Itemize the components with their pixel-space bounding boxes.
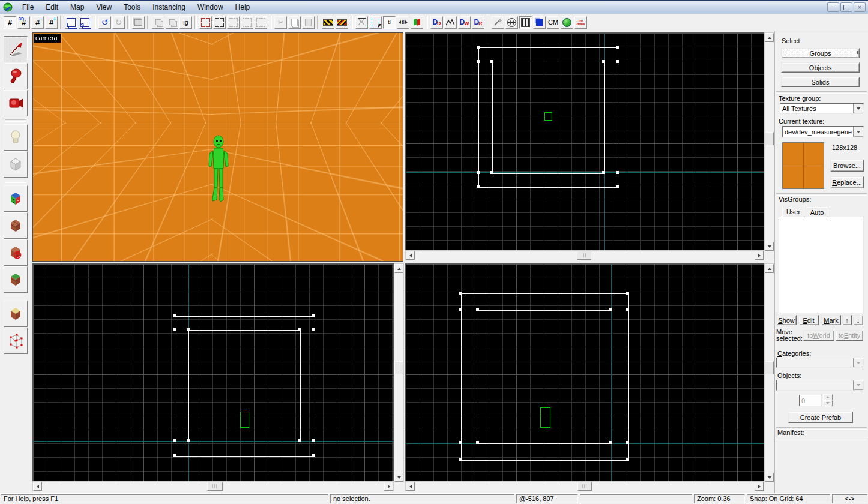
hide-selected-button[interactable]	[199, 16, 212, 29]
save-window-state-button[interactable]: S	[79, 16, 91, 29]
vertex-handle[interactable]	[173, 454, 176, 457]
vertex-handle[interactable]	[609, 308, 612, 311]
create-prefab-button[interactable]: Create Prefab	[788, 412, 853, 423]
vertex-tool-button[interactable]	[4, 328, 28, 354]
toggle-nodraw-button[interactable]: nodraw	[574, 16, 587, 29]
dropdown-arrow-icon[interactable]	[853, 104, 863, 113]
vertex-handle[interactable]	[187, 439, 190, 442]
visgroup-move-up-button[interactable]: ↑	[842, 315, 852, 325]
vertex-handle[interactable]	[476, 441, 479, 444]
visgroup-edit-button[interactable]: Edit	[798, 315, 819, 325]
vertex-handle[interactable]	[477, 185, 480, 188]
menu-tools[interactable]: Tools	[118, 1, 146, 14]
vertex-handle[interactable]	[616, 185, 619, 188]
vertex-handle[interactable]	[626, 441, 629, 444]
vertex-handle[interactable]	[459, 292, 462, 295]
vertex-handle[interactable]	[312, 454, 315, 457]
disp-walkable-mask-button[interactable]: DW	[458, 16, 471, 29]
vertex-handle[interactable]	[490, 171, 493, 174]
disp-solid-mask-button[interactable]: DD	[430, 16, 443, 29]
viewport-2d-top[interactable]	[406, 33, 764, 251]
vertex-handle[interactable]	[459, 308, 462, 311]
scroll-right-button[interactable]	[755, 482, 764, 491]
vertex-handle[interactable]	[477, 46, 480, 49]
scroll-up-button[interactable]	[394, 264, 403, 273]
scroll-down-button[interactable]	[765, 473, 774, 482]
vertex-handle[interactable]	[173, 328, 176, 331]
entity-box[interactable]	[540, 407, 550, 428]
vertex-handle[interactable]	[459, 458, 462, 461]
menu-help[interactable]: Help	[229, 1, 256, 14]
entity-box[interactable]	[544, 112, 552, 121]
block-tool-button[interactable]	[4, 151, 28, 178]
vertex-handle[interactable]	[312, 314, 315, 317]
vertical-scrollbar[interactable]	[765, 264, 774, 482]
vertex-handle[interactable]	[476, 308, 479, 311]
menu-view[interactable]: View	[90, 1, 118, 14]
toggle-grid-button[interactable]: #	[4, 16, 16, 29]
vertex-handle[interactable]	[459, 441, 462, 444]
tab-user[interactable]: User	[782, 206, 804, 217]
vertex-handle[interactable]	[173, 314, 176, 317]
overlay-tool-button[interactable]	[4, 266, 28, 293]
vertex-handle[interactable]	[616, 60, 619, 63]
replace-button[interactable]: Replace...	[830, 176, 864, 188]
scroll-down-button[interactable]	[394, 473, 403, 482]
player-model[interactable]	[205, 134, 232, 206]
vertex-handle[interactable]	[298, 439, 301, 442]
scroll-left-button[interactable]	[406, 251, 415, 260]
scroll-down-button[interactable]	[765, 242, 774, 251]
texture-lock-button[interactable]: tl	[383, 16, 396, 29]
menu-instancing[interactable]: Instancing	[146, 1, 191, 14]
texture-group-dropdown[interactable]: All Textures	[780, 103, 864, 114]
vertical-scrollbar[interactable]	[765, 33, 774, 251]
vertex-handle[interactable]	[626, 292, 629, 295]
vertex-handle[interactable]	[602, 171, 605, 174]
apply-current-texture-button[interactable]	[4, 212, 28, 239]
vertex-handle[interactable]	[626, 308, 629, 311]
vertex-handle[interactable]	[616, 171, 619, 174]
undo-button[interactable]: ↺	[98, 16, 111, 29]
entity-tool-button[interactable]	[4, 124, 28, 151]
scroll-left-button[interactable]	[33, 482, 42, 491]
vertical-scrollbar[interactable]	[394, 264, 403, 482]
vertex-handle[interactable]	[626, 458, 629, 461]
dropdown-arrow-icon[interactable]	[853, 127, 863, 137]
horizontal-scrollbar[interactable]	[406, 482, 764, 491]
menu-window[interactable]: Window	[191, 1, 229, 14]
vertex-handle[interactable]	[298, 328, 301, 331]
scroll-up-button[interactable]	[765, 264, 774, 273]
select-by-handles-button[interactable]	[369, 16, 382, 29]
viewport-3d-camera[interactable]: camera	[33, 33, 403, 261]
hide-unselected-button[interactable]	[213, 16, 226, 29]
vertex-handle[interactable]	[477, 60, 480, 63]
texture-application-tool-button[interactable]	[4, 185, 28, 212]
scrollbar-thumb[interactable]	[207, 482, 223, 491]
menu-edit[interactable]: Edit	[40, 1, 64, 14]
scrollbar-thumb[interactable]	[577, 482, 592, 491]
viewport-2d-front[interactable]	[33, 264, 393, 482]
minimize-button[interactable]: –	[827, 2, 839, 12]
tab-auto[interactable]: Auto	[806, 207, 828, 217]
smoothing-groups-button[interactable]	[492, 16, 504, 29]
visgroup-move-down-button[interactable]: ↓	[853, 315, 863, 325]
load-window-state-button[interactable]: L	[65, 16, 77, 29]
models-in-2d-button[interactable]	[533, 16, 546, 29]
scroll-left-button[interactable]	[406, 482, 415, 491]
smaller-grid-button[interactable]: #−	[31, 16, 44, 29]
texture-scaling-lock-button[interactable]: tl	[397, 16, 409, 29]
selection-tool-button[interactable]	[4, 36, 28, 62]
clipping-tool-button[interactable]	[4, 301, 28, 327]
larger-grid-button[interactable]: #+	[45, 16, 58, 29]
vertex-handle[interactable]	[490, 60, 493, 63]
scroll-up-button[interactable]	[765, 33, 774, 42]
ignore-groups-button[interactable]: ig	[179, 16, 192, 29]
menu-map[interactable]: Map	[64, 1, 90, 14]
disp-remove-mask-button[interactable]: DR	[472, 16, 484, 29]
edit-cordon-button[interactable]	[336, 16, 348, 29]
select-objects-button[interactable]: Objects	[781, 62, 860, 73]
scroll-right-button[interactable]	[755, 251, 764, 260]
visgroup-show-button[interactable]: Show	[776, 315, 797, 325]
scrollbar-thumb[interactable]	[394, 361, 403, 374]
menu-file[interactable]: File	[16, 1, 40, 14]
